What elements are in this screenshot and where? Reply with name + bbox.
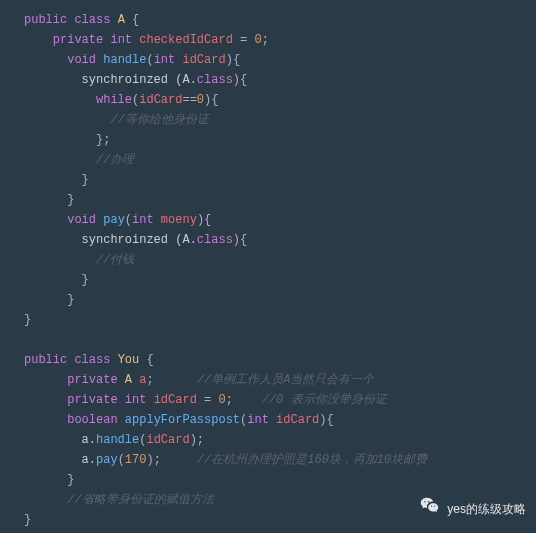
code-line: a.pay(170); //在杭州办理护照是160块，再加10块邮费 <box>24 450 536 470</box>
code-line: } <box>24 190 536 210</box>
code-line: void pay(int moeny){ <box>24 210 536 230</box>
code-line: //办理 <box>24 150 536 170</box>
watermark: yes的练级攻略 <box>419 495 526 523</box>
wechat-icon <box>419 495 441 523</box>
watermark-text: yes的练级攻略 <box>447 499 526 519</box>
code-line: //等你给他身份证 <box>24 110 536 130</box>
code-line: public class You { <box>24 350 536 370</box>
code-block: public class A { private int checkedIdCa… <box>24 10 536 530</box>
code-line: } <box>24 470 536 490</box>
code-line: while(idCard==0){ <box>24 90 536 110</box>
code-line: a.handle(idCard); <box>24 430 536 450</box>
code-line: synchroinzed (A.class){ <box>24 70 536 90</box>
code-line: boolean applyForPasspost(int idCard){ <box>24 410 536 430</box>
code-line: private int checkedIdCard = 0; <box>24 30 536 50</box>
code-line: } <box>24 290 536 310</box>
code-line: synchroinzed (A.class){ <box>24 230 536 250</box>
code-line: } <box>24 310 536 330</box>
code-line: //付钱 <box>24 250 536 270</box>
code-line: }; <box>24 130 536 150</box>
code-blank-line <box>24 330 536 350</box>
code-line: public class A { <box>24 10 536 30</box>
code-line: } <box>24 270 536 290</box>
code-line: } <box>24 170 536 190</box>
code-line: private A a; //单例工作人员A当然只会有一个 <box>24 370 536 390</box>
code-line: private int idCard = 0; //0 表示你没带身份证 <box>24 390 536 410</box>
code-line: void handle(int idCard){ <box>24 50 536 70</box>
